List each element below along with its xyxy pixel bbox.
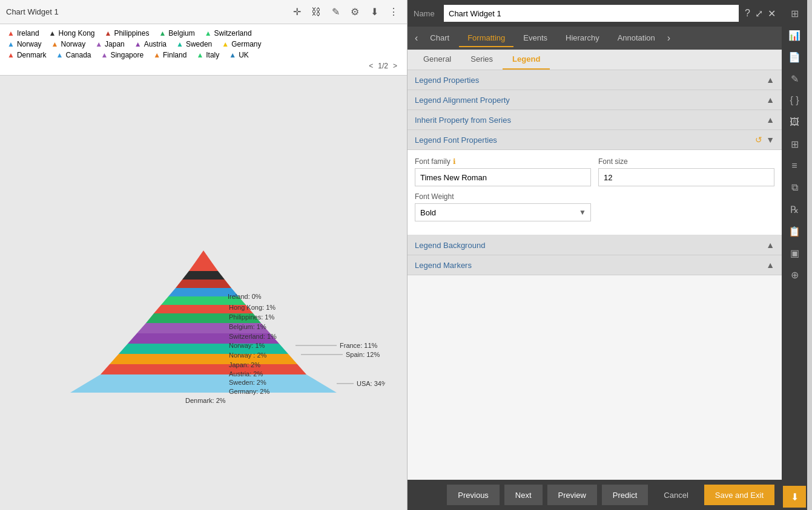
legend-item-italy: ▲ Italy bbox=[196, 51, 219, 59]
sub-tabs: General Series Legend bbox=[408, 50, 782, 70]
sidebar-bottom-download-icon[interactable]: ⬇ bbox=[783, 486, 806, 508]
svg-text:Belgium: 1%: Belgium: 1% bbox=[229, 323, 266, 330]
font-family-label: Font family ℹ bbox=[415, 157, 591, 166]
tab-formatting[interactable]: Formatting bbox=[459, 30, 513, 47]
more-icon[interactable]: ⋮ bbox=[386, 5, 401, 19]
tab-prev-arrow[interactable]: ‹ bbox=[412, 33, 420, 44]
legend-item-austria: ▲ Austria bbox=[134, 40, 167, 48]
collapse-markers-icon[interactable]: ▲ bbox=[766, 260, 774, 270]
cancel-button[interactable]: Cancel bbox=[653, 485, 699, 505]
font-row-2: Font Weight Normal Bold Bolder Lighter ▼ bbox=[415, 192, 774, 221]
edit-icon[interactable]: ✎ bbox=[328, 5, 343, 19]
legend-area: ▲ Ireland ▲ Hong Kong ▲ Philippines ▲ Be… bbox=[0, 24, 407, 76]
svg-text:France: 11%: France: 11% bbox=[340, 342, 378, 349]
font-size-group: Font size bbox=[598, 157, 774, 186]
svg-text:Germany: 2%: Germany: 2% bbox=[229, 388, 269, 395]
right-header: Name ? ⤢ ✕ bbox=[408, 0, 782, 27]
legend-item-japan: ▲ Japan bbox=[95, 40, 125, 48]
svg-text:Denmark: 2%: Denmark: 2% bbox=[185, 397, 226, 404]
legend-item-hongkong: ▲ Hong Kong bbox=[49, 29, 95, 38]
collapse-legend-properties-icon[interactable]: ▲ bbox=[766, 75, 774, 85]
next-button[interactable]: Next bbox=[504, 485, 543, 505]
font-weight-select[interactable]: Normal Bold Bolder Lighter bbox=[415, 203, 591, 221]
help-icon[interactable]: ? bbox=[745, 8, 750, 19]
legend-item-finland: ▲ Finland bbox=[153, 51, 186, 59]
sidebar-rx-icon[interactable]: ℞ bbox=[783, 198, 806, 220]
collapse-background-icon[interactable]: ▲ bbox=[766, 240, 774, 250]
preview-button[interactable]: Preview bbox=[547, 485, 597, 505]
sub-tab-series[interactable]: Series bbox=[461, 50, 503, 70]
section-legend-properties[interactable]: Legend Properties ▲ bbox=[408, 70, 782, 90]
predict-button[interactable]: Predict bbox=[602, 485, 648, 505]
move-icon[interactable]: ✛ bbox=[289, 5, 304, 19]
svg-text:Sweden: 2%: Sweden: 2% bbox=[229, 379, 266, 386]
sidebar-layers2-icon[interactable]: ▣ bbox=[783, 242, 806, 264]
sub-tab-legend[interactable]: Legend bbox=[503, 50, 550, 70]
legend-item-denmark: ▲ Denmark bbox=[7, 51, 47, 59]
svg-marker-11 bbox=[182, 271, 225, 280]
settings-icon[interactable]: ⚙ bbox=[348, 5, 362, 19]
previous-button[interactable]: Previous bbox=[447, 485, 500, 505]
save-exit-button[interactable]: Save and Exit bbox=[704, 485, 774, 505]
widget-title: Chart Widget 1 bbox=[6, 7, 59, 16]
panel-content: Legend Properties ▲ Legend Alignment Pro… bbox=[408, 70, 782, 480]
section-legend-alignment[interactable]: Legend Alignment Property ▲ bbox=[408, 90, 782, 110]
close-icon[interactable]: ✕ bbox=[768, 8, 776, 19]
font-size-input[interactable] bbox=[598, 168, 774, 186]
sub-tab-general[interactable]: General bbox=[414, 50, 461, 70]
font-properties-body: Font family ℹ Font size Font Weight bbox=[408, 150, 782, 235]
widget-name-input[interactable] bbox=[444, 5, 739, 22]
resize-icon[interactable]: ⤢ bbox=[755, 8, 763, 19]
svg-text:Switzerland: 1%: Switzerland: 1% bbox=[229, 333, 277, 340]
download-icon[interactable]: ⬇ bbox=[367, 5, 381, 19]
tab-events[interactable]: Events bbox=[515, 30, 556, 47]
legend-pagination: < 1/2 > bbox=[7, 62, 400, 70]
section-legend-markers[interactable]: Legend Markers ▲ bbox=[408, 255, 782, 275]
tabs-bar: ‹ Chart Formatting Events Hierarchy Anno… bbox=[408, 27, 782, 50]
tab-next-arrow[interactable]: › bbox=[665, 33, 673, 44]
collapse-inherit-icon[interactable]: ▲ bbox=[766, 115, 774, 125]
sidebar-document-icon[interactable]: 📄 bbox=[783, 46, 806, 68]
collapse-font-icon[interactable]: ▼ bbox=[766, 135, 774, 145]
font-family-input[interactable] bbox=[415, 168, 591, 186]
collapse-legend-alignment-icon[interactable]: ▲ bbox=[766, 95, 774, 105]
sidebar-braces-icon[interactable]: { } bbox=[783, 90, 806, 111]
sidebar-chart-icon[interactable]: 📊 bbox=[783, 24, 806, 46]
tab-chart[interactable]: Chart bbox=[421, 30, 458, 47]
name-label: Name bbox=[414, 9, 438, 18]
sidebar-grid-plus-icon[interactable]: ⊕ bbox=[783, 264, 806, 286]
legend-item-sweden: ▲ Sweden bbox=[176, 40, 212, 48]
font-family-info-icon: ℹ bbox=[453, 157, 456, 166]
widget-titlebar: Chart Widget 1 ✛ ⛓ ✎ ⚙ ⬇ ⋮ bbox=[0, 0, 407, 24]
sidebar-layers-icon[interactable]: ≡ bbox=[783, 155, 806, 177]
toolbar-icons: ✛ ⛓ ✎ ⚙ ⬇ ⋮ bbox=[289, 5, 401, 19]
tab-hierarchy[interactable]: Hierarchy bbox=[557, 30, 608, 47]
font-row-1: Font family ℹ Font size bbox=[415, 157, 774, 186]
svg-text:Ireland: 0%: Ireland: 0% bbox=[228, 293, 262, 300]
font-family-group: Font family ℹ bbox=[415, 157, 591, 186]
legend-next-icon[interactable]: > bbox=[393, 62, 397, 70]
reset-font-icon[interactable]: ↺ bbox=[755, 135, 762, 145]
svg-marker-1 bbox=[101, 364, 306, 374]
sidebar-grid-icon[interactable]: ⊞ bbox=[783, 2, 806, 24]
link-icon[interactable]: ⛓ bbox=[309, 5, 323, 19]
right-header-icons: ? ⤢ ✕ bbox=[745, 8, 776, 19]
sidebar-table-icon[interactable]: ⊞ bbox=[783, 133, 806, 155]
legend-item-switzerland: ▲ Switzerland bbox=[205, 29, 252, 38]
svg-marker-12 bbox=[189, 263, 218, 271]
sidebar-file-text-icon[interactable]: 📋 bbox=[783, 220, 806, 242]
bottom-bar: Previous Next Preview Predict Cancel Sav… bbox=[408, 480, 782, 510]
chart-area: Ireland: 0% Hong Kong: 1% Philippines: 1… bbox=[0, 76, 407, 510]
font-weight-group: Font Weight Normal Bold Bolder Lighter ▼ bbox=[415, 192, 591, 221]
sidebar-image-icon[interactable]: 🖼 bbox=[783, 111, 806, 133]
tab-annotation[interactable]: Annotation bbox=[609, 30, 664, 47]
sidebar-copy-icon[interactable]: ⧉ bbox=[783, 177, 806, 198]
sidebar-pencil-icon[interactable]: ✎ bbox=[783, 68, 806, 90]
section-legend-font[interactable]: Legend Font Properties ↺ ▼ bbox=[408, 130, 782, 150]
legend-prev-icon[interactable]: < bbox=[369, 62, 373, 70]
legend-item-uk: ▲ UK bbox=[229, 51, 249, 59]
section-inherit-series[interactable]: Inherit Property from Series ▲ bbox=[408, 110, 782, 130]
font-placeholder bbox=[598, 192, 774, 221]
section-legend-background[interactable]: Legend Background ▲ bbox=[408, 235, 782, 255]
svg-text:Japan: 2%: Japan: 2% bbox=[229, 361, 260, 368]
